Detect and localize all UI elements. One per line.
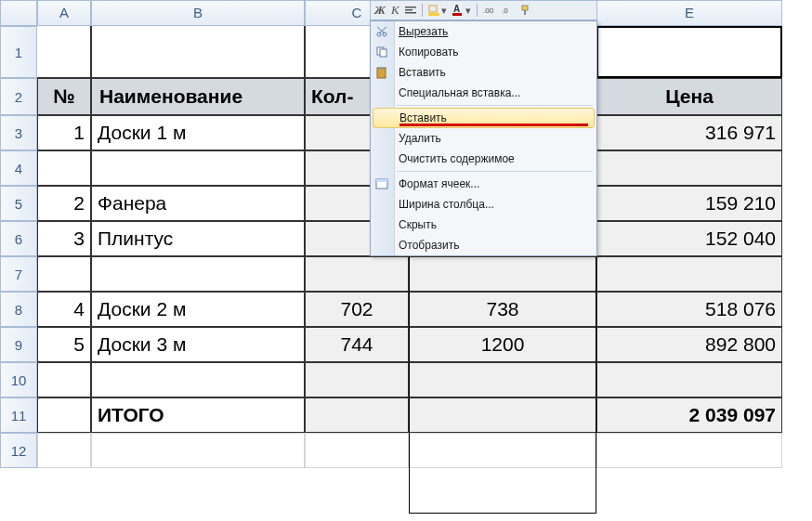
cell-B4[interactable] (91, 150, 305, 186)
cell-B2[interactable]: Наименование (91, 78, 305, 115)
menu-cut-label: Вырезать (399, 25, 448, 38)
cell-D9[interactable]: 1200 (409, 327, 596, 362)
cell-A9[interactable]: 5 (37, 327, 91, 362)
cell-B12[interactable] (91, 433, 305, 468)
cell-A10[interactable] (37, 362, 91, 397)
svg-rect-18 (379, 67, 384, 70)
cell-B6[interactable]: Плинтус (91, 221, 305, 256)
menu-delete[interactable]: Удалить (371, 128, 596, 149)
menu-hide[interactable]: Скрыть (371, 215, 596, 235)
format-cells-icon (374, 176, 389, 191)
paste-icon (374, 65, 389, 80)
mini-toolbar: Ж К ▾ A▾ .00 .0 (370, 0, 597, 20)
cell-C10[interactable] (305, 362, 409, 397)
font-color-button[interactable]: A▾ (452, 5, 471, 17)
menu-paste-special[interactable]: Специальная вставка... (371, 83, 596, 103)
cell-B11[interactable]: ИТОГО (91, 397, 305, 433)
menu-copy[interactable]: Копировать (371, 42, 596, 62)
svg-rect-10 (524, 10, 526, 15)
cell-A5[interactable]: 2 (37, 186, 91, 221)
context-menu: Вырезать Копировать Вставить Специальная… (370, 20, 597, 256)
cell-A7[interactable] (37, 256, 91, 292)
copy-icon (374, 45, 389, 59)
menu-clear[interactable]: Очистить содержимое (371, 149, 596, 169)
cell-D10[interactable] (409, 362, 596, 397)
menu-format-cells[interactable]: Формат ячеек... (371, 174, 596, 194)
cell-E7[interactable] (596, 256, 782, 292)
cell-E2[interactable]: Цена (596, 78, 782, 115)
cell-C7[interactable] (305, 256, 409, 292)
cell-E11[interactable]: 2 039 097 (596, 397, 782, 433)
row-header-5[interactable]: 5 (0, 186, 37, 221)
menu-format-cells-label: Формат ячеек... (399, 177, 479, 190)
row-header-8[interactable]: 8 (0, 292, 37, 327)
cell-A2[interactable]: № (37, 78, 91, 115)
cell-A3[interactable]: 1 (37, 115, 91, 150)
svg-rect-4 (428, 13, 439, 16)
svg-rect-3 (429, 6, 437, 12)
cell-E8[interactable]: 518 076 (596, 292, 782, 327)
cell-C8[interactable]: 702 (305, 292, 409, 327)
cell-D7[interactable] (409, 256, 596, 292)
bold-button[interactable]: Ж (374, 3, 386, 18)
cell-A6[interactable]: 3 (37, 221, 91, 256)
cell-A12[interactable] (37, 433, 91, 468)
cell-B9[interactable]: Доски 3 м (91, 327, 305, 362)
menu-paste-special-label: Специальная вставка... (399, 86, 520, 99)
increase-decimal-button[interactable]: .0 (502, 5, 515, 16)
menu-paste-label: Вставить (399, 66, 446, 79)
fill-color-button[interactable]: ▾ (428, 5, 447, 17)
cell-A4[interactable] (37, 150, 91, 186)
menu-cut[interactable]: Вырезать (371, 21, 596, 42)
row-header-12[interactable]: 12 (0, 433, 37, 468)
cell-A1[interactable] (37, 26, 91, 78)
cell-B8[interactable]: Доски 2 м (91, 292, 305, 327)
row-header-11[interactable]: 11 (0, 397, 37, 433)
format-painter-button[interactable] (520, 5, 531, 16)
cell-B1[interactable] (91, 26, 305, 78)
menu-paste[interactable]: Вставить (371, 62, 596, 83)
cell-B7[interactable] (91, 256, 305, 292)
cell-E3[interactable]: 316 971 (596, 115, 782, 150)
col-header-B[interactable]: B (91, 0, 305, 26)
row-header-6[interactable]: 6 (0, 221, 37, 256)
menu-insert[interactable]: Вставить (373, 108, 595, 128)
svg-text:A: A (453, 5, 460, 14)
italic-button[interactable]: К (391, 3, 399, 18)
row-header-4[interactable]: 4 (0, 150, 37, 186)
cell-D12[interactable] (409, 433, 596, 468)
menu-column-width[interactable]: Ширина столбца... (371, 194, 596, 215)
cell-E1[interactable] (596, 26, 782, 78)
cell-E12[interactable] (596, 433, 782, 468)
cell-C11[interactable] (305, 397, 409, 433)
cell-B5[interactable]: Фанера (91, 186, 305, 221)
cell-E6[interactable]: 152 040 (596, 221, 782, 256)
cell-E9[interactable]: 892 800 (596, 327, 782, 362)
cell-E5[interactable]: 159 210 (596, 186, 782, 221)
row-header-1[interactable]: 1 (0, 26, 37, 78)
row-header-2[interactable]: 2 (0, 78, 37, 115)
cell-C12[interactable] (305, 433, 409, 468)
cell-D11[interactable] (409, 397, 596, 433)
col-header-E[interactable]: E (596, 0, 782, 26)
row-header-7[interactable]: 7 (0, 256, 37, 292)
align-button[interactable] (405, 5, 416, 16)
separator (477, 4, 478, 17)
cell-D8[interactable]: 738 (409, 292, 596, 327)
cell-E4[interactable] (596, 150, 782, 186)
cell-E10[interactable] (596, 362, 782, 397)
cell-C9[interactable]: 744 (305, 327, 409, 362)
select-all-corner[interactable] (0, 0, 37, 26)
menu-unhide[interactable]: Отобразить (371, 235, 596, 255)
decrease-decimal-button[interactable]: .00 (483, 5, 496, 16)
row-header-10[interactable]: 10 (0, 362, 37, 397)
menu-copy-label: Копировать (399, 46, 459, 59)
row-header-3[interactable]: 3 (0, 115, 37, 150)
col-header-A[interactable]: A (37, 0, 91, 26)
menu-hide-label: Скрыть (399, 218, 437, 231)
cell-A8[interactable]: 4 (37, 292, 91, 327)
cell-B10[interactable] (91, 362, 305, 397)
cell-B3[interactable]: Доски 1 м (91, 115, 305, 150)
cell-A11[interactable] (37, 397, 91, 433)
row-header-9[interactable]: 9 (0, 327, 37, 362)
